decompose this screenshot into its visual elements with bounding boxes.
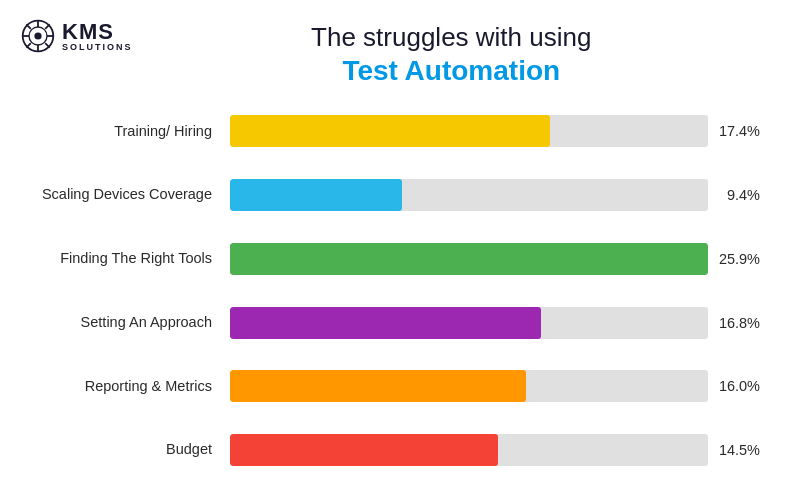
bar-label: Scaling Devices Coverage [20, 186, 230, 203]
bar-row: Scaling Devices Coverage9.4% [20, 179, 760, 211]
svg-point-2 [34, 32, 41, 39]
bar-row: Finding The Right Tools25.9% [20, 243, 760, 275]
bar-label: Budget [20, 441, 230, 458]
bar-value: 17.4% [708, 123, 760, 139]
header: KMS SOLUTIONS The struggles with using T… [20, 18, 770, 90]
bar-label: Setting An Approach [20, 314, 230, 331]
bar-value: 14.5% [708, 442, 760, 458]
bar-fill [230, 243, 708, 275]
bar-value: 16.0% [708, 378, 760, 394]
chart-title-line2: Test Automation [133, 53, 770, 89]
bar-row: Setting An Approach16.8% [20, 307, 760, 339]
bar-fill [230, 307, 541, 339]
bar-value: 16.8% [708, 315, 760, 331]
bar-row: Training/ Hiring17.4% [20, 115, 760, 147]
bar-track [230, 307, 708, 339]
bar-track [230, 243, 708, 275]
bar-row: Budget14.5% [20, 434, 760, 466]
bar-label: Reporting & Metrics [20, 378, 230, 395]
bar-fill [230, 115, 550, 147]
logo-area: KMS SOLUTIONS [20, 18, 133, 54]
bar-value: 9.4% [708, 187, 760, 203]
page-container: KMS SOLUTIONS The struggles with using T… [0, 0, 800, 500]
bar-fill [230, 179, 402, 211]
logo-text: KMS SOLUTIONS [62, 21, 133, 52]
logo-kms: KMS [62, 21, 133, 43]
bar-label: Finding The Right Tools [20, 250, 230, 267]
bar-track [230, 434, 708, 466]
bar-fill [230, 370, 526, 402]
bar-track [230, 370, 708, 402]
logo-solutions: SOLUTIONS [62, 43, 133, 52]
bar-value: 25.9% [708, 251, 760, 267]
kms-logo-icon [20, 18, 56, 54]
chart-title-line1: The struggles with using [133, 22, 770, 53]
bar-row: Reporting & Metrics16.0% [20, 370, 760, 402]
chart-area: Training/ Hiring17.4%Scaling Devices Cov… [20, 100, 770, 482]
bar-fill [230, 434, 498, 466]
bar-track [230, 115, 708, 147]
bar-label: Training/ Hiring [20, 123, 230, 140]
title-area: The struggles with using Test Automation [133, 18, 770, 90]
bar-track [230, 179, 708, 211]
